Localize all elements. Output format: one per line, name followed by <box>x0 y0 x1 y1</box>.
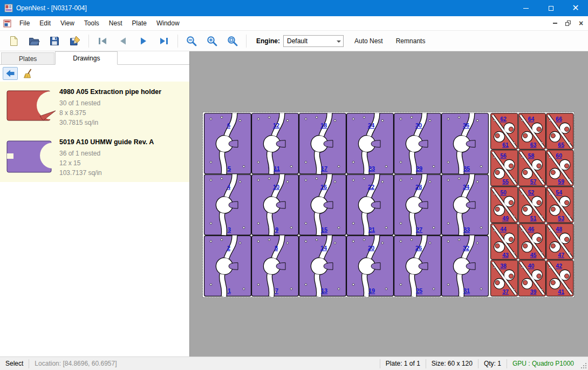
zoom-fit-button[interactable] <box>223 33 242 49</box>
nested-part-pair[interactable]: 87 <box>252 236 299 297</box>
nested-part-pair[interactable]: 3433 <box>442 174 489 236</box>
part-number-link[interactable]: 24 <box>368 122 375 129</box>
part-number-link[interactable]: 48 <box>556 226 562 232</box>
part-number-link[interactable]: 18 <box>320 122 327 129</box>
part-number-link[interactable]: 6 <box>227 122 230 129</box>
part-number-link[interactable]: 60 <box>556 152 562 159</box>
nested-part-pair[interactable]: 21 <box>204 236 251 297</box>
back-arrow-button[interactable] <box>3 67 18 80</box>
part-number-link[interactable]: 58 <box>528 152 535 159</box>
nested-part-pair[interactable]: 2423 <box>347 113 394 174</box>
part-number-link[interactable]: 66 <box>556 116 562 122</box>
part-number-link[interactable]: 22 <box>368 184 374 190</box>
minimize-button[interactable] <box>514 0 538 16</box>
part-number-link[interactable]: 34 <box>463 184 470 190</box>
part-number-link[interactable]: 3 <box>228 226 231 233</box>
menu-nest[interactable]: Nest <box>104 17 127 29</box>
part-number-link[interactable]: 62 <box>500 116 507 122</box>
nested-part-pair[interactable]: 6261 <box>491 113 518 149</box>
part-number-link[interactable]: 51 <box>530 215 537 221</box>
save-button[interactable] <box>45 33 64 49</box>
nested-part-pair[interactable]: 4039 <box>518 260 545 297</box>
part-number-link[interactable]: 32 <box>463 245 469 251</box>
list-item-uhmw-guide[interactable]: 5019 A10 UHMW guide Rev. A 36 of 1 neste… <box>0 132 189 182</box>
child-close-button[interactable]: × <box>575 18 587 29</box>
open-button[interactable] <box>25 33 43 49</box>
part-number-link[interactable]: 49 <box>502 215 509 221</box>
nested-part-pair[interactable]: 3029 <box>394 113 441 174</box>
part-number-link[interactable]: 13 <box>321 287 327 294</box>
part-number-link[interactable]: 42 <box>556 263 562 269</box>
resize-grip[interactable] <box>579 357 588 370</box>
list-item-extraction-pipe-holder[interactable]: 4980 A05 Extraction pipe holder 30 of 1 … <box>0 82 189 132</box>
part-number-link[interactable]: 35 <box>463 165 470 172</box>
part-number-link[interactable]: 27 <box>416 226 422 233</box>
part-number-link[interactable]: 25 <box>416 287 422 294</box>
part-number-link[interactable]: 31 <box>463 287 470 294</box>
part-number-link[interactable]: 54 <box>556 189 562 196</box>
nested-part-pair[interactable]: 3635 <box>442 113 489 174</box>
part-number-link[interactable]: 65 <box>558 142 564 148</box>
nested-part-pair[interactable]: 6665 <box>546 113 573 149</box>
nested-part-pair[interactable]: 6059 <box>546 150 573 186</box>
menu-tools[interactable]: Tools <box>79 17 104 29</box>
new-button[interactable] <box>4 33 23 49</box>
save-as-button[interactable] <box>66 33 84 49</box>
close-button[interactable]: ✕ <box>563 0 588 16</box>
nested-part-pair[interactable]: 5453 <box>546 187 573 223</box>
part-number-link[interactable]: 44 <box>500 226 507 232</box>
tab-drawings[interactable]: Drawings <box>55 51 118 65</box>
part-number-link[interactable]: 39 <box>530 288 537 295</box>
part-number-link[interactable]: 12 <box>273 122 279 129</box>
nested-part-pair[interactable]: 1615 <box>299 174 346 236</box>
nested-part-pair[interactable]: 65 <box>204 113 251 174</box>
part-number-link[interactable]: 52 <box>528 189 535 196</box>
part-number-link[interactable]: 28 <box>415 184 422 190</box>
part-number-link[interactable]: 30 <box>415 122 422 129</box>
part-number-link[interactable]: 14 <box>320 245 327 251</box>
part-number-link[interactable]: 23 <box>368 165 375 172</box>
nested-part-pair[interactable]: 1211 <box>252 113 299 174</box>
part-number-link[interactable]: 16 <box>320 184 327 190</box>
child-restore-button[interactable] <box>562 18 574 29</box>
part-number-link[interactable]: 53 <box>558 215 564 221</box>
next-plate-button[interactable] <box>134 33 153 49</box>
part-number-link[interactable]: 63 <box>530 142 537 148</box>
part-number-link[interactable]: 8 <box>275 245 278 251</box>
last-plate-button[interactable] <box>155 33 173 49</box>
menu-view[interactable]: View <box>56 17 79 29</box>
part-number-link[interactable]: 10 <box>273 184 279 190</box>
part-number-link[interactable]: 33 <box>463 226 470 233</box>
nested-part-pair[interactable]: 5049 <box>491 187 518 223</box>
part-number-link[interactable]: 19 <box>368 287 375 294</box>
part-number-link[interactable]: 57 <box>530 178 537 185</box>
nested-part-pair[interactable]: 3837 <box>491 260 518 297</box>
nested-part-pair[interactable]: 109 <box>252 174 299 236</box>
nested-part-pair[interactable]: 4443 <box>491 224 518 260</box>
part-number-link[interactable]: 17 <box>321 165 327 172</box>
nested-part-pair[interactable]: 5251 <box>518 187 545 223</box>
menu-file[interactable]: File <box>15 17 35 29</box>
nested-part-pair[interactable]: 6463 <box>518 113 545 149</box>
nested-part-pair[interactable]: 3231 <box>442 236 489 297</box>
menu-plate[interactable]: Plate <box>127 17 152 29</box>
part-number-link[interactable]: 29 <box>416 165 422 172</box>
nested-part-pair[interactable]: 5857 <box>518 150 545 186</box>
part-number-link[interactable]: 38 <box>500 263 507 269</box>
menu-window[interactable]: Window <box>152 17 184 29</box>
part-number-link[interactable]: 36 <box>463 122 469 129</box>
part-number-link[interactable]: 9 <box>275 226 278 233</box>
engine-select[interactable]: Default <box>283 35 344 47</box>
part-number-link[interactable]: 46 <box>528 226 535 232</box>
nested-part-pair[interactable]: 2221 <box>347 174 394 236</box>
part-number-link[interactable]: 7 <box>275 287 278 294</box>
nested-part-pair[interactable]: 5655 <box>491 150 518 186</box>
part-number-link[interactable]: 61 <box>502 142 509 148</box>
plate-selection[interactable]: 6512111817242330293635431091615222128273… <box>202 112 575 298</box>
part-number-link[interactable]: 37 <box>502 288 509 295</box>
part-number-link[interactable]: 21 <box>368 226 375 233</box>
part-number-link[interactable]: 2 <box>227 245 230 251</box>
clean-button[interactable] <box>21 67 36 80</box>
nest-canvas[interactable]: 6512111817242330293635431091615222128273… <box>190 51 588 356</box>
part-number-link[interactable]: 47 <box>558 252 564 258</box>
